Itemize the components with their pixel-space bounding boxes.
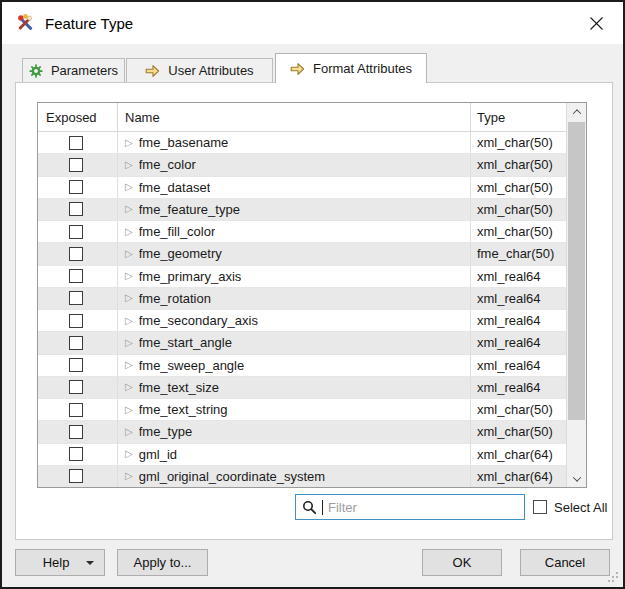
expand-triangle-icon[interactable]: ▷ bbox=[125, 138, 133, 148]
attribute-name: fme_geometry bbox=[139, 246, 222, 261]
expand-triangle-icon[interactable]: ▷ bbox=[125, 249, 133, 259]
exposed-checkbox[interactable] bbox=[69, 158, 83, 172]
exposed-checkbox[interactable] bbox=[69, 469, 83, 483]
attribute-type: xml_real64 bbox=[471, 332, 566, 353]
exposed-checkbox[interactable] bbox=[69, 358, 83, 372]
exposed-checkbox[interactable] bbox=[69, 291, 83, 305]
expand-triangle-icon[interactable]: ▷ bbox=[125, 182, 133, 192]
column-header-exposed[interactable]: Exposed bbox=[38, 103, 118, 131]
table-row[interactable]: ▷ gml_id xml_char(64) bbox=[38, 444, 566, 466]
attribute-type: xml_char(50) bbox=[471, 177, 566, 198]
expand-triangle-icon[interactable]: ▷ bbox=[125, 271, 133, 281]
attribute-name: fme_fill_color bbox=[139, 224, 216, 239]
table-row[interactable]: ▷ fme_color xml_char(50) bbox=[38, 154, 566, 176]
expand-triangle-icon[interactable]: ▷ bbox=[125, 316, 133, 326]
expand-triangle-icon[interactable]: ▷ bbox=[125, 204, 133, 214]
expand-triangle-icon[interactable]: ▷ bbox=[125, 382, 133, 392]
tab-label: Format Attributes bbox=[313, 61, 412, 76]
ok-button[interactable]: OK bbox=[422, 549, 502, 576]
yellow-arrow-icon bbox=[145, 64, 160, 78]
cancel-button[interactable]: Cancel bbox=[520, 549, 610, 576]
select-all-label: Select All bbox=[554, 500, 607, 515]
attribute-type: xml_char(50) bbox=[471, 421, 566, 442]
select-all-checkbox[interactable] bbox=[533, 500, 547, 514]
table-row[interactable]: ▷ fme_sweep_angle xml_real64 bbox=[38, 355, 566, 377]
feature-type-dialog: Feature Type Parameters bbox=[0, 0, 625, 589]
expand-triangle-icon[interactable]: ▷ bbox=[125, 427, 133, 437]
column-header-type[interactable]: Type bbox=[471, 103, 566, 131]
exposed-checkbox[interactable] bbox=[69, 380, 83, 394]
table-row[interactable]: ▷ fme_text_size xml_real64 bbox=[38, 377, 566, 399]
attribute-type: xml_char(50) bbox=[471, 132, 566, 153]
column-header-name[interactable]: Name bbox=[118, 103, 471, 131]
expand-triangle-icon[interactable]: ▷ bbox=[125, 338, 133, 348]
scroll-up-button[interactable] bbox=[567, 103, 586, 120]
attribute-name: fme_feature_type bbox=[139, 202, 240, 217]
expand-triangle-icon[interactable]: ▷ bbox=[125, 227, 133, 237]
exposed-checkbox[interactable] bbox=[69, 202, 83, 216]
exposed-checkbox[interactable] bbox=[69, 336, 83, 350]
attribute-name: gml_id bbox=[139, 447, 177, 462]
exposed-checkbox[interactable] bbox=[69, 180, 83, 194]
attribute-name: fme_text_string bbox=[139, 402, 228, 417]
table-row[interactable]: ▷ fme_geometry fme_char(50) bbox=[38, 243, 566, 265]
exposed-checkbox[interactable] bbox=[69, 447, 83, 461]
table-row[interactable]: ▷ fme_dataset xml_char(50) bbox=[38, 177, 566, 199]
table-row[interactable]: ▷ fme_basename xml_char(50) bbox=[38, 132, 566, 154]
attribute-type: xml_real64 bbox=[471, 310, 566, 331]
table-row[interactable]: ▷ fme_feature_type xml_char(50) bbox=[38, 199, 566, 221]
attribute-type: xml_real64 bbox=[471, 288, 566, 309]
exposed-checkbox[interactable] bbox=[69, 403, 83, 417]
table-row[interactable]: ▷ fme_secondary_axis xml_real64 bbox=[38, 310, 566, 332]
exposed-checkbox[interactable] bbox=[69, 225, 83, 239]
attribute-type: xml_char(50) bbox=[471, 199, 566, 220]
filter-box[interactable] bbox=[295, 494, 525, 520]
table-row[interactable]: ▷ fme_text_string xml_char(50) bbox=[38, 399, 566, 421]
text-cursor bbox=[322, 500, 323, 515]
expand-triangle-icon[interactable]: ▷ bbox=[125, 449, 133, 459]
select-all-group: Select All bbox=[533, 494, 607, 520]
expand-triangle-icon[interactable]: ▷ bbox=[125, 405, 133, 415]
attribute-name: fme_color bbox=[139, 157, 196, 172]
close-button[interactable] bbox=[575, 2, 617, 44]
table-row[interactable]: ▷ fme_rotation xml_real64 bbox=[38, 288, 566, 310]
chevron-down-icon bbox=[572, 473, 580, 481]
attribute-name: fme_sweep_angle bbox=[139, 358, 245, 373]
attribute-rows: ▷ fme_basename xml_char(50) ▷ fme_color … bbox=[38, 132, 566, 487]
resize-grip[interactable] bbox=[616, 580, 618, 582]
table-row[interactable]: ▷ fme_type xml_char(50) bbox=[38, 421, 566, 443]
table-row[interactable]: ▷ fme_fill_color xml_char(50) bbox=[38, 221, 566, 243]
exposed-checkbox[interactable] bbox=[69, 314, 83, 328]
attribute-type: fme_char(50) bbox=[471, 243, 566, 264]
yellow-arrow-icon bbox=[290, 62, 305, 76]
exposed-checkbox[interactable] bbox=[69, 269, 83, 283]
attribute-name: fme_type bbox=[139, 424, 192, 439]
attribute-name: fme_text_size bbox=[139, 380, 219, 395]
table-header: Exposed Name Type bbox=[38, 103, 566, 132]
table-row[interactable]: ▷ fme_start_angle xml_real64 bbox=[38, 332, 566, 354]
exposed-checkbox[interactable] bbox=[69, 425, 83, 439]
expand-triangle-icon[interactable]: ▷ bbox=[125, 160, 133, 170]
window-title: Feature Type bbox=[45, 15, 133, 32]
apply-to-button[interactable]: Apply to... bbox=[117, 549, 208, 576]
tab-user-attributes[interactable]: User Attributes bbox=[126, 58, 273, 82]
expand-triangle-icon[interactable]: ▷ bbox=[125, 471, 133, 481]
tab-format-attributes[interactable]: Format Attributes bbox=[275, 53, 427, 83]
filter-input[interactable] bbox=[328, 500, 524, 515]
chevron-up-icon bbox=[572, 109, 580, 117]
title-bar: Feature Type bbox=[2, 2, 623, 44]
attribute-type: xml_char(64) bbox=[471, 466, 566, 487]
expand-triangle-icon[interactable]: ▷ bbox=[125, 360, 133, 370]
expand-triangle-icon[interactable]: ▷ bbox=[125, 293, 133, 303]
scrollbar-thumb[interactable] bbox=[568, 122, 585, 420]
tab-parameters[interactable]: Parameters bbox=[22, 58, 125, 82]
exposed-checkbox[interactable] bbox=[69, 247, 83, 261]
help-button[interactable]: Help bbox=[15, 549, 105, 576]
scroll-down-button[interactable] bbox=[567, 470, 586, 487]
gear-icon bbox=[29, 64, 43, 78]
vertical-scrollbar[interactable] bbox=[566, 103, 586, 487]
attribute-name: fme_basename bbox=[139, 135, 229, 150]
table-row[interactable]: ▷ gml_original_coordinate_system xml_cha… bbox=[38, 466, 566, 487]
exposed-checkbox[interactable] bbox=[69, 136, 83, 150]
table-row[interactable]: ▷ fme_primary_axis xml_real64 bbox=[38, 266, 566, 288]
